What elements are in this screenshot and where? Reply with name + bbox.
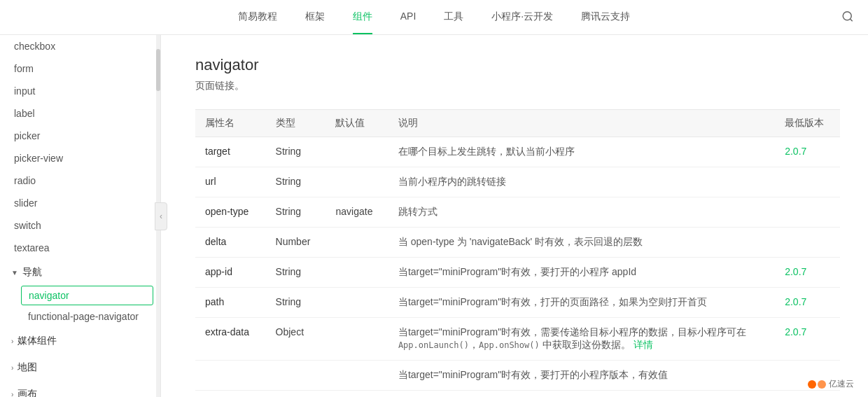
table-row: targetString在哪个目标上发生跳转，默认当前小程序2.0.7: [195, 137, 840, 167]
nav-tencent[interactable]: 腾讯云支持: [581, 1, 630, 34]
sidebar-section-nav[interactable]: ▼ 导航: [0, 259, 160, 286]
sidebar-item-switch[interactable]: switch: [0, 214, 160, 237]
sidebar-item-label[interactable]: label: [0, 102, 160, 125]
table-header: 属性名 类型 默认值 说明 最低版本: [195, 110, 840, 137]
sidebar: checkbox form input label picker picker-…: [0, 35, 161, 397]
sidebar-item-picker-view[interactable]: picker-view: [0, 147, 160, 169]
version-link[interactable]: 2.0.7: [785, 146, 806, 157]
sidebar-item-navigator[interactable]: navigator: [21, 286, 153, 305]
prop-name: delta: [195, 228, 266, 258]
prop-desc: 当target="miniProgram"时有效，打开的页面路径，如果为空则打开…: [388, 288, 775, 318]
sidebar-item-input[interactable]: input: [0, 80, 160, 102]
prop-default: navigate: [326, 197, 388, 228]
nav-section-children: navigator functional-page-navigator: [0, 286, 160, 328]
sidebar-section-map[interactable]: › 地图: [0, 354, 160, 381]
prop-desc: 在哪个目标上发生跳转，默认当前小程序: [388, 137, 775, 167]
svg-line-1: [850, 18, 852, 20]
table-row: deltaNumber当 open-type 为 'navigateBack' …: [195, 228, 840, 258]
sidebar-collapse-button[interactable]: ‹: [155, 202, 167, 230]
prop-version: 2.0.7: [775, 258, 840, 288]
prop-default: [326, 318, 388, 361]
page-title: navigator: [195, 56, 840, 74]
prop-type: [266, 361, 326, 391]
prop-default: [326, 288, 388, 318]
nav-tutorial[interactable]: 简易教程: [238, 1, 277, 34]
table-row: 当target="miniProgram"时有效，要打开的小程序版本，有效值: [195, 361, 840, 391]
prop-type: String: [266, 137, 326, 167]
nav-api[interactable]: API: [400, 1, 416, 34]
nav-items: 简易教程 框架 组件 API 工具 小程序·云开发 腾讯云支持: [238, 1, 630, 34]
logo-area: 亿速云: [808, 378, 854, 390]
prop-name: path: [195, 288, 266, 318]
properties-table: 属性名 类型 默认值 说明 最低版本 targetString在哪个目标上发生跳…: [195, 109, 840, 391]
prop-type: String: [266, 167, 326, 197]
prop-name: url: [195, 167, 266, 197]
prop-type: String: [266, 197, 326, 228]
table-row: open-typeStringnavigate跳转方式: [195, 197, 840, 228]
sidebar-item-functional-navigator[interactable]: functional-page-navigator: [14, 305, 160, 328]
version-link[interactable]: 2.0.7: [785, 266, 806, 277]
nav-tools[interactable]: 工具: [444, 1, 463, 34]
prop-version: 2.0.7: [775, 318, 840, 361]
prop-desc: 当 open-type 为 'navigateBack' 时有效，表示回退的层数: [388, 228, 775, 258]
sidebar-item-checkbox[interactable]: checkbox: [0, 35, 160, 57]
nav-section-arrow: ▼: [11, 269, 18, 277]
nav-miniprogram[interactable]: 小程序·云开发: [491, 1, 553, 34]
sidebar-item-radio[interactable]: radio: [0, 169, 160, 192]
table-row: urlString当前小程序内的跳转链接: [195, 167, 840, 197]
col-header-default: 默认值: [326, 110, 388, 137]
prop-default: [326, 137, 388, 167]
sidebar-item-picker[interactable]: picker: [0, 125, 160, 147]
sidebar-item-textarea[interactable]: textarea: [0, 237, 160, 259]
media-section-arrow: ›: [11, 337, 13, 345]
prop-version: [775, 228, 840, 258]
prop-version: 2.0.7: [775, 137, 840, 167]
prop-default: [326, 167, 388, 197]
sidebar-item-slider[interactable]: slider: [0, 192, 160, 214]
main-content: navigator 页面链接。 属性名 类型 默认值 说明 最低版本 targe…: [167, 35, 868, 397]
prop-desc-link[interactable]: 详情: [634, 339, 653, 350]
prop-desc: 当target="miniProgram"时有效，要打开的小程序 appId: [388, 258, 775, 288]
prop-name: [195, 361, 266, 391]
col-header-type: 类型: [266, 110, 326, 137]
search-button[interactable]: [841, 10, 854, 25]
logo-text: 亿速云: [829, 378, 854, 390]
nav-framework[interactable]: 框架: [305, 1, 325, 34]
collapse-icon: ‹: [160, 211, 162, 221]
canvas-section-label: 画布: [18, 388, 37, 397]
media-section-label: 媒体组件: [18, 335, 57, 347]
prop-version: [775, 167, 840, 197]
sidebar-item-form[interactable]: form: [0, 57, 160, 80]
prop-type: Object: [266, 318, 326, 361]
prop-version: [775, 197, 840, 228]
sidebar-section-media[interactable]: › 媒体组件: [0, 328, 160, 354]
nav-component[interactable]: 组件: [353, 1, 372, 34]
version-link[interactable]: 2.0.7: [785, 296, 806, 307]
version-link[interactable]: 2.0.7: [785, 326, 806, 337]
prop-name: extra-data: [195, 318, 266, 361]
prop-default: [326, 361, 388, 391]
col-header-prop: 属性名: [195, 110, 266, 137]
sidebar-section-canvas[interactable]: › 画布: [0, 381, 160, 397]
prop-type: String: [266, 258, 326, 288]
top-navigation: 简易教程 框架 组件 API 工具 小程序·云开发 腾讯云支持: [0, 0, 868, 35]
prop-version: 2.0.7: [775, 288, 840, 318]
svg-point-0: [843, 11, 851, 20]
prop-default: [326, 258, 388, 288]
prop-type: Number: [266, 228, 326, 258]
prop-type: String: [266, 288, 326, 318]
prop-desc: 当target="miniProgram"时有效，要打开的小程序版本，有效值: [388, 361, 775, 391]
table-row: pathString当target="miniProgram"时有效，打开的页面…: [195, 288, 840, 318]
table-row: app-idString当target="miniProgram"时有效，要打开…: [195, 258, 840, 288]
prop-default: [326, 228, 388, 258]
prop-desc: 跳转方式: [388, 197, 775, 228]
col-header-desc: 说明: [388, 110, 775, 137]
page-description: 页面链接。: [195, 80, 840, 92]
prop-name: target: [195, 137, 266, 167]
table-row: extra-dataObject当target="miniProgram"时有效…: [195, 318, 840, 361]
prop-desc: 当target="miniProgram"时有效，需要传递给目标小程序的数据，目…: [388, 318, 775, 361]
col-header-version: 最低版本: [775, 110, 840, 137]
main-layout: checkbox form input label picker picker-…: [0, 35, 868, 397]
prop-desc: 当前小程序内的跳转链接: [388, 167, 775, 197]
canvas-section-arrow: ›: [11, 391, 13, 398]
